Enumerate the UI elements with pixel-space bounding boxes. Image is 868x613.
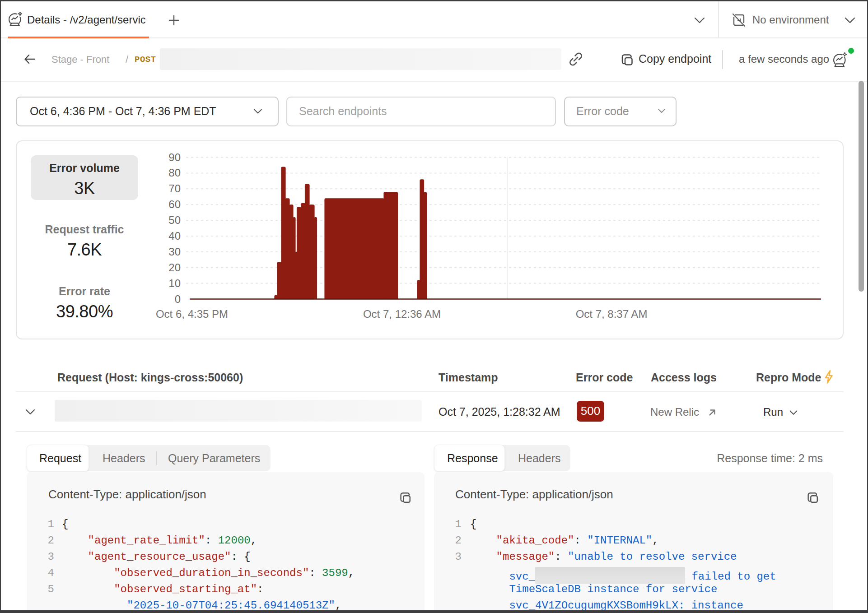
svg-text:50: 50 (168, 214, 181, 226)
svg-text:0: 0 (175, 293, 181, 305)
svg-text:60: 60 (168, 198, 181, 210)
svg-text:40: 40 (168, 230, 181, 242)
svg-text:30: 30 (168, 246, 181, 258)
svg-text:70: 70 (168, 182, 181, 195)
svg-text:10: 10 (168, 277, 181, 289)
svg-text:80: 80 (168, 167, 181, 179)
svg-text:Oct 7, 8:37 AM: Oct 7, 8:37 AM (576, 308, 648, 320)
svg-text:90: 90 (168, 151, 181, 163)
svg-text:Oct 6, 4:35 PM: Oct 6, 4:35 PM (156, 308, 228, 320)
svg-text:20: 20 (168, 261, 181, 274)
svg-text:Oct 7, 12:36 AM: Oct 7, 12:36 AM (363, 308, 441, 320)
